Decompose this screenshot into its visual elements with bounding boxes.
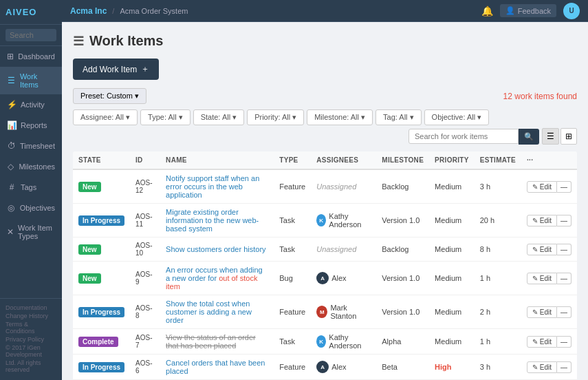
plus-icon: ＋ [141,63,149,75]
edit-button[interactable]: ✎ Edit [527,361,557,373]
table-row: NewAOS-9An error occurs when adding a ne… [73,262,577,295]
state-cell: New [73,262,130,295]
sidebar-item-dashboard[interactable]: ⊞ Dashboard [0,46,62,67]
more-button[interactable]: — [557,181,571,193]
work-item-link[interactable]: Cancel orders that have been placed [166,359,265,375]
topbar-company: Acma Inc [70,6,107,16]
filter-assignee[interactable]: Assignee: All ▾ [73,109,138,125]
sidebar-item-milestones[interactable]: ◇ Milestones [0,156,62,177]
state-badge: In Progress [78,307,124,317]
work-item-link[interactable]: An error occurs when adding a new order … [166,266,263,291]
work-item-link[interactable]: Show customers order history [166,245,266,253]
action-cell: ✎ Edit— [521,262,577,295]
table-row: In ProgressAOS-8Show the total cost when… [73,295,577,329]
priority-cell: Medium [429,204,475,237]
toolbar-left: Preset: Custom ▾ [73,88,146,104]
avatar-initials: U [569,7,574,14]
footer-change-history[interactable]: Change History [6,313,56,319]
priority-cell: Medium [429,295,475,329]
feedback-button[interactable]: 👤 Feedback [500,4,556,17]
col-name: NAME [160,151,274,169]
activity-icon: ⚡ [7,100,17,109]
assignee-cell: MMark Stanton [311,295,376,329]
id-cell: AOS-6 [130,355,160,380]
search-input[interactable] [409,129,519,144]
avatar[interactable]: U [563,3,580,19]
estimate-cell: 2 h [475,295,521,329]
more-button[interactable]: — [557,215,571,226]
edit-button[interactable]: ✎ Edit [527,336,557,348]
footer-privacy[interactable]: Privacy Policy [6,336,56,343]
sidebar-item-timesheet[interactable]: ⏱ Timesheet [0,136,62,156]
work-item-link[interactable]: Notify support staff when an error occur… [166,174,259,199]
more-button[interactable]: — [557,306,571,318]
col-type: TYPE [274,151,311,169]
edit-button[interactable]: ✎ Edit [527,306,557,318]
grid-view-button[interactable]: ⊞ [560,128,577,145]
toolbar-right: 12 work items found [503,92,577,101]
more-button[interactable]: — [557,273,571,284]
work-item-link[interactable]: Migrate existing order information to th… [166,208,259,233]
sidebar-logo: AIVEO [0,0,62,25]
sidebar-item-objectives[interactable]: ◎ Objectives [0,198,62,218]
action-cell: ✎ Edit— [521,295,577,329]
priority-cell: Medium [429,237,475,262]
edit-button[interactable]: ✎ Edit [527,215,557,226]
work-item-link[interactable]: Show the total cost when customer is add… [166,299,252,324]
type-cell: Feature [274,295,311,329]
name-cell: Migrate existing order information to th… [160,204,274,237]
priority-cell: Medium [429,169,475,204]
sidebar-item-reports[interactable]: 📊 Reports [0,115,62,136]
id-cell: AOS-9 [130,262,160,295]
sidebar: AIVEO ⊞ Dashboard ☰ Work Items ⚡ Activit… [0,0,62,380]
list-view-button[interactable]: ☰ [542,128,559,145]
state-badge: New [78,182,101,192]
footer-copyright: © 2017 iGen Development [6,344,56,358]
sidebar-item-activity[interactable]: ⚡ Activity [0,94,62,115]
estimate-cell: 20 h [475,204,521,237]
action-cell: ✎ Edit— [521,169,577,204]
priority-cell: High [429,355,475,380]
add-work-item-button[interactable]: Add Work Item ＋ [73,59,159,80]
page-title-text: Work Items [89,33,163,49]
more-button[interactable]: — [557,361,571,373]
work-items-page-icon: ☰ [73,34,84,49]
preset-button[interactable]: Preset: Custom ▾ [73,88,146,104]
milestone-cell: Alpha [376,329,429,355]
edit-button[interactable]: ✎ Edit [527,244,557,255]
edit-button[interactable]: ✎ Edit [527,273,557,284]
state-cell: In Progress [73,295,130,329]
more-button[interactable]: — [557,244,571,255]
more-button[interactable]: — [557,336,571,348]
sidebar-item-tags[interactable]: # Tags [0,177,62,198]
sidebar-item-label: Work Items [20,72,55,89]
filter-state[interactable]: State: All ▾ [193,109,244,125]
edit-button[interactable]: ✎ Edit [527,181,557,193]
sidebar-item-work-item-types[interactable]: ✕ Work Item Types [0,218,62,246]
filter-type[interactable]: Type: All ▾ [140,109,190,125]
type-cell: Bug [274,262,311,295]
page-title: ☰ Work Items [73,33,163,49]
work-items-icon: ☰ [7,76,16,85]
filter-objective[interactable]: Objective: All ▾ [424,109,490,125]
state-cell: New [73,237,130,262]
footer-terms[interactable]: Terms & Conditions [6,321,56,335]
filter-tag[interactable]: Tag: All ▾ [375,109,422,125]
name-cell: Cancel orders that have been placed [160,355,274,380]
filter-priority[interactable]: Priority: All ▾ [247,109,304,125]
sidebar-item-label: Milestones [19,162,55,171]
found-count: 12 work items found [503,92,577,101]
footer-documentation[interactable]: Documentation [6,304,56,311]
notification-bell-icon[interactable]: 🔔 [481,6,493,17]
search-button[interactable]: 🔍 [519,129,539,145]
work-item-link[interactable]: View the status of an order that has bee… [166,333,256,350]
filter-milestone[interactable]: Milestone: All ▾ [307,109,373,125]
name-cell: An error occurs when adding a new order … [160,262,274,295]
sidebar-nav: ⊞ Dashboard ☰ Work Items ⚡ Activity 📊 Re… [0,46,62,298]
col-priority: PRIORITY [429,151,475,169]
action-cell: ✎ Edit— [521,204,577,237]
filters-row: Assignee: All ▾ Type: All ▾ State: All ▾… [73,109,577,145]
sidebar-item-work-items[interactable]: ☰ Work Items [0,67,62,94]
id-cell: AOS-7 [130,329,160,355]
sidebar-search-input[interactable] [6,29,56,41]
